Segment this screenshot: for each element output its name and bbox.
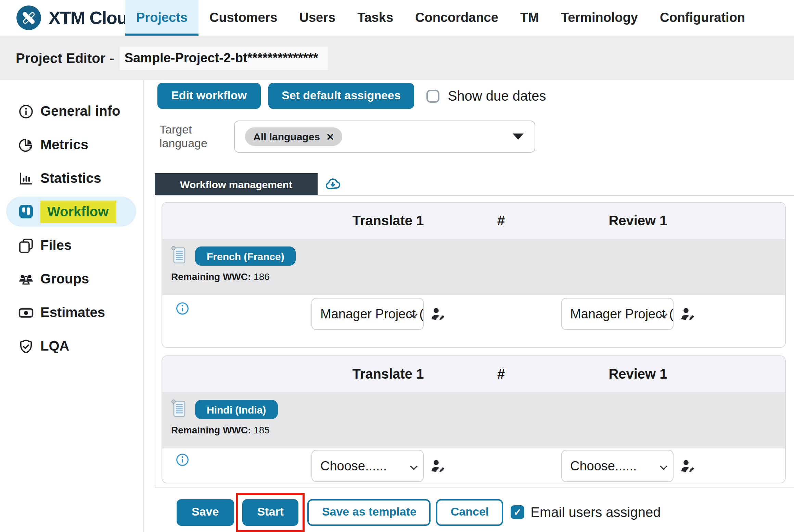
assign-user-icon[interactable]: [431, 307, 446, 321]
sidebar-item-label: Files: [40, 238, 72, 253]
target-language-label: Target language: [159, 123, 228, 150]
remaining-wwc: Remaining WWC: 185: [171, 425, 785, 435]
chevron-down-icon: [659, 458, 668, 473]
xtm-logo-icon: [16, 5, 41, 30]
sidebar-item-label: Metrics: [40, 137, 88, 153]
review-assignee-cell: Manager Project (: [502, 295, 755, 347]
chip-remove-icon[interactable]: ✕: [326, 131, 334, 142]
language-row: French (France) Remaining WWC: 186: [162, 239, 785, 295]
nav-tab-customers[interactable]: Customers: [198, 0, 289, 36]
sidebar-item-label: Statistics: [40, 170, 101, 186]
dropdown-caret-icon: [513, 134, 524, 140]
translate-assignee-select[interactable]: Manager Project (I: [311, 298, 424, 330]
language-chip-label: All languages: [253, 131, 320, 142]
sidebar-item-lqa[interactable]: LQA: [0, 329, 143, 363]
language-badge: Hindi (India): [195, 400, 278, 419]
assignee-row: Choose......: [162, 448, 785, 483]
language-badge: French (France): [195, 246, 296, 266]
column-header-review: Review 1: [511, 213, 765, 229]
workflow-toolbar: Edit workflow Set default assignees Show…: [157, 83, 794, 109]
groups-icon: [18, 271, 34, 287]
page-title: Project Editor: [16, 50, 105, 66]
app-root: XTM Cloud Projects Customers Users Tasks…: [0, 0, 794, 532]
workflow-table-hindi: Translate 1 # Review 1: [162, 355, 786, 483]
title-separator: -: [110, 50, 114, 66]
sidebar-item-groups[interactable]: Groups: [0, 262, 143, 296]
edit-workflow-button[interactable]: Edit workflow: [157, 83, 260, 109]
tab-workflow-management[interactable]: Workflow management: [155, 173, 318, 195]
column-header-translate: Translate 1: [285, 213, 491, 229]
nav-tab-configuration[interactable]: Configuration: [649, 0, 756, 36]
page-header: Project Editor - Sample-Project-2-bt****…: [0, 36, 794, 80]
sidebar-item-label: Groups: [40, 271, 89, 287]
sidebar-item-general-info[interactable]: General info: [0, 94, 143, 128]
banknote-icon: [18, 305, 34, 320]
nav-tab-projects[interactable]: Projects: [125, 0, 198, 36]
chevron-down-icon: [409, 458, 418, 473]
workflow-board-icon: [18, 204, 34, 219]
check-icon: ✓: [514, 507, 522, 518]
sidebar-item-files[interactable]: Files: [0, 229, 143, 262]
sidebar-item-statistics[interactable]: Statistics: [0, 162, 143, 195]
set-default-assignees-button[interactable]: Set default assignees: [268, 83, 414, 109]
sidebar-item-metrics[interactable]: Metrics: [0, 128, 143, 162]
review-assignee-select[interactable]: Manager Project (: [561, 298, 674, 330]
translate-assignee-cell: Manager Project (I: [276, 295, 481, 347]
pie-chart-icon: [18, 137, 34, 152]
shield-check-icon: [18, 339, 34, 354]
nav-tabs: Projects Customers Users Tasks Concordan…: [125, 0, 756, 36]
assign-user-icon[interactable]: [431, 459, 446, 473]
sidebar-item-workflow[interactable]: Workflow: [6, 197, 136, 227]
chevron-down-icon: [409, 306, 418, 321]
cloud-download-icon[interactable]: [325, 177, 341, 191]
sidebar-item-label-highlighted: Workflow: [40, 200, 116, 223]
nav-tab-users[interactable]: Users: [288, 0, 346, 36]
top-nav: XTM Cloud Projects Customers Users Tasks…: [0, 0, 794, 36]
remaining-wwc: Remaining WWC: 186: [171, 271, 785, 282]
start-button-annotation-red-box: Start: [236, 493, 305, 532]
workflow-table-french: Translate 1 # Review 1: [162, 202, 786, 348]
workflow-management-tabs: Workflow management: [155, 173, 794, 195]
nav-tab-concordance[interactable]: Concordance: [404, 0, 509, 36]
sidebar-item-label: LQA: [40, 338, 69, 354]
bar-chart-icon: [18, 171, 34, 186]
show-due-dates-label: Show due dates: [448, 88, 546, 104]
column-header-hash: #: [491, 366, 511, 382]
sidebar: General info Metrics: [0, 80, 144, 532]
table-header-row: Translate 1 # Review 1: [162, 356, 785, 392]
email-users-label: Email users assigned: [530, 504, 661, 520]
sidebar-item-label: Estimates: [40, 305, 105, 320]
info-circle-icon: [18, 104, 34, 119]
translate-assignee-select[interactable]: Choose......: [311, 450, 424, 482]
info-icon[interactable]: [176, 302, 189, 318]
target-language-row: Target language All languages ✕: [159, 121, 794, 153]
brand: XTM Cloud: [0, 0, 125, 36]
table-header-row: Translate 1 # Review 1: [162, 203, 785, 239]
review-assignee-cell: Choose......: [502, 448, 755, 483]
info-icon[interactable]: [176, 453, 189, 469]
sidebar-item-estimates[interactable]: Estimates: [0, 296, 143, 329]
files-icon: [18, 238, 34, 253]
footer-actions: Save Start Save as template Cancel ✓ Ema…: [177, 492, 794, 532]
body-layout: General info Metrics: [0, 80, 794, 532]
language-chip[interactable]: All languages ✕: [245, 127, 343, 146]
nav-tab-terminology[interactable]: Terminology: [550, 0, 649, 36]
column-header-hash: #: [491, 213, 511, 229]
assign-user-icon[interactable]: [680, 459, 695, 473]
email-users-checkbox[interactable]: ✓: [511, 505, 524, 519]
assignee-row: Manager Project (I: [162, 295, 785, 347]
column-header-translate: Translate 1: [285, 366, 491, 382]
target-language-select[interactable]: All languages ✕: [234, 121, 535, 153]
nav-tab-tasks[interactable]: Tasks: [346, 0, 404, 36]
save-button[interactable]: Save: [177, 499, 234, 525]
column-header-review: Review 1: [511, 366, 765, 382]
chevron-down-icon: [659, 306, 668, 321]
save-as-template-button[interactable]: Save as template: [308, 499, 431, 525]
project-name: Sample-Project-2-bt**************: [120, 47, 328, 70]
start-button[interactable]: Start: [242, 499, 298, 525]
assign-user-icon[interactable]: [680, 307, 695, 321]
show-due-dates-checkbox[interactable]: [427, 89, 440, 102]
nav-tab-tm[interactable]: TM: [509, 0, 550, 36]
cancel-button[interactable]: Cancel: [436, 499, 503, 525]
review-assignee-select[interactable]: Choose......: [561, 450, 674, 482]
